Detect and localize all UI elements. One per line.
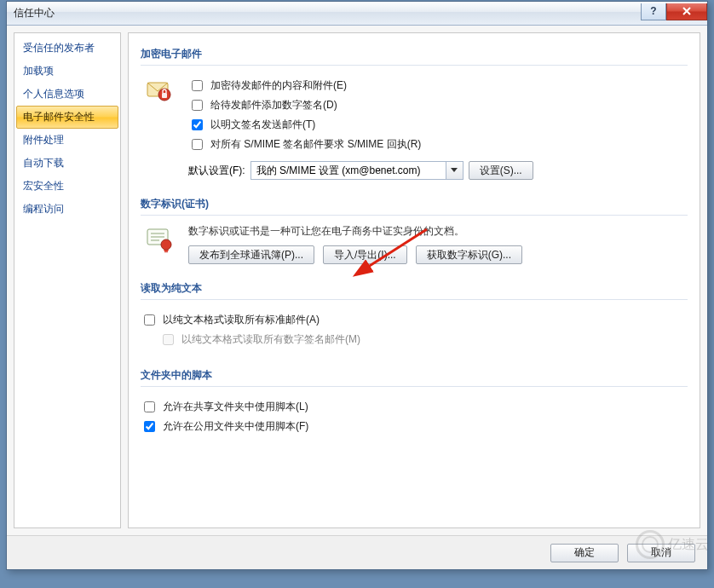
default-settings-label: 默认设置(F): [188, 164, 245, 178]
svg-point-8 [161, 239, 171, 250]
watermark-text: 亿速云 [668, 536, 709, 554]
help-button[interactable]: ? [641, 3, 666, 20]
scripts-shared-label: 允许在共享文件夹中使用脚本(L) [163, 400, 308, 414]
main-panel: 加密电子邮件 加密待发邮件的内容和附件(E) 给待发邮件添加数字签名(D) 以明… [128, 32, 700, 528]
sidebar-item-trusted-publishers[interactable]: 受信任的发布者 [16, 37, 118, 60]
svg-text:?: ? [650, 7, 656, 15]
svg-rect-3 [162, 93, 167, 98]
envelope-lock-icon [141, 74, 178, 180]
section-encrypt-title: 加密电子邮件 [141, 42, 688, 66]
dialog-footer: 确定 取消 [7, 535, 707, 569]
scripts-shared-checkbox[interactable] [144, 401, 155, 412]
sidebar-item-programmatic-access[interactable]: 编程访问 [16, 198, 118, 221]
plain-standard-checkbox[interactable] [144, 314, 155, 326]
sidebar-item-auto-download[interactable]: 自动下载 [16, 152, 118, 175]
import-export-button[interactable]: 导入/导出(I)... [323, 245, 407, 264]
publish-gal-button[interactable]: 发布到全球通讯簿(P)... [188, 245, 314, 264]
smime-receipt-label: 对所有 S/MIME 签名邮件要求 S/MIME 回执(R) [210, 137, 421, 152]
close-button[interactable] [666, 3, 707, 20]
get-digital-id-button[interactable]: 获取数字标识(G)... [416, 245, 522, 264]
sidebar-item-addins[interactable]: 加载项 [16, 60, 118, 83]
settings-button[interactable]: 设置(S)... [469, 161, 533, 180]
plain-signed-checkbox [163, 334, 174, 345]
scripts-public-label: 允许在公用文件夹中使用脚本(F) [163, 419, 308, 434]
cert-description: 数字标识或证书是一种可让您在电子商务中证实身份的文档。 [188, 224, 688, 239]
sidebar-item-attachment-handling[interactable]: 附件处理 [16, 129, 118, 152]
section-scripts-title: 文件夹中的脚本 [141, 363, 688, 387]
encrypt-content-label: 加密待发邮件的内容和附件(E) [210, 78, 347, 93]
ok-button[interactable]: 确定 [550, 544, 619, 562]
plain-standard-label: 以纯文本格式读取所有标准邮件(A) [163, 313, 320, 327]
default-settings-combo[interactable]: 我的 S/MIME 设置 (xm@benet.com) [250, 161, 446, 180]
combo-dropdown-button[interactable] [446, 161, 464, 180]
cleartext-sign-checkbox[interactable] [192, 119, 203, 130]
smime-receipt-checkbox[interactable] [192, 139, 203, 150]
sidebar: 受信任的发布者 加载项 个人信息选项 电子邮件安全性 附件处理 自动下载 宏安全… [14, 32, 121, 528]
add-signature-label: 给待发邮件添加数字签名(D) [210, 98, 337, 112]
section-cert-title: 数字标识(证书) [141, 192, 688, 216]
titlebar[interactable]: 信任中心 ? [7, 2, 707, 26]
section-plain-title: 读取为纯文本 [141, 276, 688, 300]
trust-center-dialog: 信任中心 ? 受信任的发布者 加载项 个人信息选项 电子邮件安全性 附件处理 自… [6, 1, 708, 570]
watermark: 亿速云 [636, 530, 709, 559]
encrypt-content-checkbox[interactable] [192, 80, 203, 91]
cleartext-sign-label: 以明文签名发送邮件(T) [210, 118, 315, 132]
certificate-icon [141, 224, 178, 264]
plain-signed-label: 以纯文本格式读取所有数字签名邮件(M) [181, 332, 360, 347]
window-title: 信任中心 [14, 6, 55, 20]
sidebar-item-email-security[interactable]: 电子邮件安全性 [16, 106, 118, 129]
sidebar-item-macro-security[interactable]: 宏安全性 [16, 175, 118, 198]
add-signature-checkbox[interactable] [192, 100, 203, 111]
scripts-public-checkbox[interactable] [144, 421, 155, 432]
sidebar-item-privacy[interactable]: 个人信息选项 [16, 83, 118, 106]
